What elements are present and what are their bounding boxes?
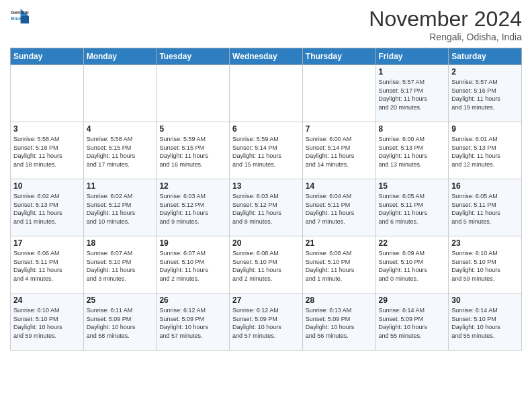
day-info: Sunrise: 6:01 AM Sunset: 5:13 PM Dayligh… <box>451 135 519 169</box>
day-number: 17 <box>13 238 81 248</box>
day-cell: 6Sunrise: 5:59 AM Sunset: 5:14 PM Daylig… <box>230 122 303 179</box>
day-cell: 18Sunrise: 6:07 AM Sunset: 5:10 PM Dayli… <box>83 236 157 293</box>
col-header-saturday: Saturday <box>449 48 522 65</box>
page-header: General Blue November 2024 Rengali, Odis… <box>10 7 522 42</box>
day-number: 1 <box>379 67 446 77</box>
day-cell: 27Sunrise: 6:12 AM Sunset: 5:09 PM Dayli… <box>230 293 303 351</box>
day-number: 10 <box>13 181 81 191</box>
location: Rengali, Odisha, India <box>369 32 522 42</box>
day-number: 29 <box>379 295 446 305</box>
day-cell: 4Sunrise: 5:58 AM Sunset: 5:15 PM Daylig… <box>83 122 157 179</box>
day-number: 5 <box>159 124 226 134</box>
day-number: 18 <box>87 238 154 248</box>
day-number: 19 <box>159 238 226 248</box>
day-info: Sunrise: 6:12 AM Sunset: 5:09 PM Dayligh… <box>159 306 226 340</box>
day-cell <box>83 65 157 122</box>
day-number: 25 <box>87 295 154 305</box>
day-number: 13 <box>232 181 300 191</box>
day-cell <box>302 65 375 122</box>
day-info: Sunrise: 6:13 AM Sunset: 5:09 PM Dayligh… <box>306 306 373 340</box>
day-number: 28 <box>306 295 373 305</box>
day-cell: 21Sunrise: 6:08 AM Sunset: 5:10 PM Dayli… <box>302 236 375 293</box>
day-cell: 2Sunrise: 5:57 AM Sunset: 5:16 PM Daylig… <box>449 65 522 122</box>
day-number: 11 <box>87 181 154 191</box>
day-number: 30 <box>451 295 519 305</box>
day-info: Sunrise: 6:09 AM Sunset: 5:10 PM Dayligh… <box>379 249 446 283</box>
day-cell: 29Sunrise: 6:14 AM Sunset: 5:09 PM Dayli… <box>375 293 449 351</box>
day-cell: 3Sunrise: 5:58 AM Sunset: 5:16 PM Daylig… <box>11 122 84 179</box>
day-number: 12 <box>159 181 226 191</box>
col-header-monday: Monday <box>83 48 157 65</box>
day-number: 21 <box>306 238 373 248</box>
day-number: 23 <box>451 238 519 248</box>
day-info: Sunrise: 6:06 AM Sunset: 5:11 PM Dayligh… <box>13 249 81 283</box>
week-row-1: 1Sunrise: 5:57 AM Sunset: 5:17 PM Daylig… <box>11 65 522 122</box>
day-cell: 8Sunrise: 6:00 AM Sunset: 5:13 PM Daylig… <box>375 122 449 179</box>
col-header-thursday: Thursday <box>302 48 375 65</box>
day-cell: 22Sunrise: 6:09 AM Sunset: 5:10 PM Dayli… <box>375 236 449 293</box>
day-cell <box>157 65 230 122</box>
day-cell: 25Sunrise: 6:11 AM Sunset: 5:09 PM Dayli… <box>83 293 157 351</box>
col-header-tuesday: Tuesday <box>157 48 230 65</box>
day-number: 2 <box>451 67 519 77</box>
calendar-table: SundayMondayTuesdayWednesdayThursdayFrid… <box>10 48 522 351</box>
day-cell: 16Sunrise: 6:05 AM Sunset: 5:11 PM Dayli… <box>449 179 522 236</box>
day-cell: 17Sunrise: 6:06 AM Sunset: 5:11 PM Dayli… <box>11 236 84 293</box>
day-number: 4 <box>87 124 154 134</box>
day-number: 15 <box>379 181 446 191</box>
day-number: 26 <box>159 295 226 305</box>
day-cell: 15Sunrise: 6:05 AM Sunset: 5:11 PM Dayli… <box>375 179 449 236</box>
day-number: 27 <box>232 295 300 305</box>
day-info: Sunrise: 6:00 AM Sunset: 5:13 PM Dayligh… <box>379 135 446 169</box>
day-cell <box>11 65 84 122</box>
day-info: Sunrise: 6:08 AM Sunset: 5:10 PM Dayligh… <box>306 249 373 283</box>
day-cell: 26Sunrise: 6:12 AM Sunset: 5:09 PM Dayli… <box>157 293 230 351</box>
logo: General Blue <box>10 7 29 26</box>
day-cell: 28Sunrise: 6:13 AM Sunset: 5:09 PM Dayli… <box>302 293 375 351</box>
title-block: November 2024 Rengali, Odisha, India <box>369 7 522 42</box>
week-row-3: 10Sunrise: 6:02 AM Sunset: 5:13 PM Dayli… <box>11 179 522 236</box>
day-number: 6 <box>232 124 300 134</box>
day-cell: 23Sunrise: 6:10 AM Sunset: 5:10 PM Dayli… <box>449 236 522 293</box>
day-cell: 11Sunrise: 6:02 AM Sunset: 5:12 PM Dayli… <box>83 179 157 236</box>
day-cell: 9Sunrise: 6:01 AM Sunset: 5:13 PM Daylig… <box>449 122 522 179</box>
day-info: Sunrise: 6:12 AM Sunset: 5:09 PM Dayligh… <box>232 306 300 340</box>
day-info: Sunrise: 6:07 AM Sunset: 5:10 PM Dayligh… <box>159 249 226 283</box>
day-cell: 10Sunrise: 6:02 AM Sunset: 5:13 PM Dayli… <box>11 179 84 236</box>
day-number: 7 <box>306 124 373 134</box>
day-info: Sunrise: 6:14 AM Sunset: 5:10 PM Dayligh… <box>451 306 519 340</box>
day-cell: 24Sunrise: 6:10 AM Sunset: 5:10 PM Dayli… <box>11 293 84 351</box>
day-info: Sunrise: 5:59 AM Sunset: 5:15 PM Dayligh… <box>159 135 226 169</box>
day-info: Sunrise: 6:14 AM Sunset: 5:09 PM Dayligh… <box>379 306 446 340</box>
col-header-friday: Friday <box>375 48 449 65</box>
svg-text:General: General <box>11 10 29 15</box>
day-cell <box>230 65 303 122</box>
day-info: Sunrise: 6:02 AM Sunset: 5:13 PM Dayligh… <box>13 192 81 226</box>
day-info: Sunrise: 5:57 AM Sunset: 5:17 PM Dayligh… <box>379 78 446 111</box>
day-info: Sunrise: 6:02 AM Sunset: 5:12 PM Dayligh… <box>87 192 154 226</box>
week-row-5: 24Sunrise: 6:10 AM Sunset: 5:10 PM Dayli… <box>11 293 522 351</box>
day-number: 9 <box>451 124 519 134</box>
day-cell: 12Sunrise: 6:03 AM Sunset: 5:12 PM Dayli… <box>157 179 230 236</box>
day-info: Sunrise: 6:03 AM Sunset: 5:12 PM Dayligh… <box>232 192 300 226</box>
day-info: Sunrise: 6:04 AM Sunset: 5:11 PM Dayligh… <box>306 192 373 226</box>
day-number: 22 <box>379 238 446 248</box>
day-info: Sunrise: 6:10 AM Sunset: 5:10 PM Dayligh… <box>13 306 81 340</box>
day-cell: 19Sunrise: 6:07 AM Sunset: 5:10 PM Dayli… <box>157 236 230 293</box>
day-info: Sunrise: 5:58 AM Sunset: 5:16 PM Dayligh… <box>13 135 81 169</box>
day-cell: 5Sunrise: 5:59 AM Sunset: 5:15 PM Daylig… <box>157 122 230 179</box>
day-info: Sunrise: 5:59 AM Sunset: 5:14 PM Dayligh… <box>232 135 300 169</box>
month-title: November 2024 <box>369 7 522 32</box>
day-number: 8 <box>379 124 446 134</box>
day-cell: 1Sunrise: 5:57 AM Sunset: 5:17 PM Daylig… <box>375 65 449 122</box>
day-cell: 30Sunrise: 6:14 AM Sunset: 5:10 PM Dayli… <box>449 293 522 351</box>
day-cell: 7Sunrise: 6:00 AM Sunset: 5:14 PM Daylig… <box>302 122 375 179</box>
day-info: Sunrise: 6:05 AM Sunset: 5:11 PM Dayligh… <box>379 192 446 226</box>
day-number: 16 <box>451 181 519 191</box>
logo-icon: General Blue <box>10 7 29 26</box>
svg-marker-2 <box>21 16 29 24</box>
col-header-wednesday: Wednesday <box>230 48 303 65</box>
day-number: 20 <box>232 238 300 248</box>
col-header-sunday: Sunday <box>11 48 84 65</box>
week-row-4: 17Sunrise: 6:06 AM Sunset: 5:11 PM Dayli… <box>11 236 522 293</box>
